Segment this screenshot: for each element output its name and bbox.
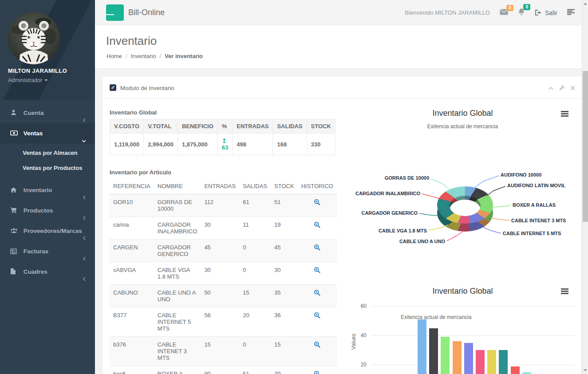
- sidebar-item-productos[interactable]: Productos: [0, 201, 95, 221]
- column-header: BENEFICIO: [178, 119, 217, 134]
- sidebar-item-facturas[interactable]: Facturas: [0, 241, 95, 262]
- cell-stock: 39: [271, 366, 298, 374]
- sidebar-item-cuenta[interactable]: Cuenta: [0, 103, 95, 123]
- sidebar-subitem-ventas-almacen[interactable]: Ventas por Almacen: [0, 146, 95, 161]
- cell-referencia: carina: [110, 217, 154, 240]
- cell-entradas: 112: [201, 194, 239, 217]
- search-plus-icon[interactable]: [314, 267, 320, 275]
- cell-: ↥ 63: [217, 134, 232, 155]
- column-header: SALIDAS: [273, 119, 307, 134]
- donut-label: CARGADOR GENERICO: [361, 210, 418, 216]
- breadcrumb-home[interactable]: Home: [107, 53, 122, 59]
- table-row: CARGENCARGADOR GENERICO45045: [110, 240, 337, 262]
- cell-referencia: b376: [110, 337, 154, 366]
- alerts-badge: 0: [523, 4, 530, 10]
- article-table-heading: Inventario por Articulo: [110, 169, 171, 176]
- cell-nombre: CABLE UNO A UNO: [154, 285, 201, 307]
- ventas-submenu: Ventas por Almacen Ventas por Productos: [0, 144, 95, 180]
- sidebar-item-inventario[interactable]: Inventario: [0, 180, 95, 201]
- donut-label: CABLE INTERNET 5 MTS: [503, 231, 561, 236]
- logout-button[interactable]: Salir: [535, 9, 557, 16]
- cell-entradas: 30: [201, 217, 239, 240]
- breadcrumb-separator: /: [159, 53, 161, 59]
- global-inventory-table: V.COSTOV.TOTALBENEFICIO%ENTRADASSALIDASS…: [110, 119, 335, 155]
- column-header: HISTORICO: [298, 178, 337, 194]
- scroll-up-arrow[interactable]: [584, 3, 587, 5]
- cell-vtotal: 2,994,000: [144, 134, 178, 155]
- panel-header: ✓ Modulo de Inventario: [103, 76, 581, 99]
- close-icon[interactable]: [570, 84, 575, 92]
- search-plus-icon[interactable]: [314, 370, 320, 374]
- donut-label: BOXER A RALLAS: [513, 202, 556, 208]
- search-plus-icon[interactable]: [314, 289, 320, 297]
- page-heading: Inventario Home/Inventario/Ver inventari…: [95, 25, 588, 69]
- cell-nombre: CARGADOR INALAMBRICO: [154, 217, 201, 240]
- donut-label: AUDIFONO LATIN MOVIL: [507, 183, 565, 188]
- user-icon: [10, 104, 18, 124]
- cell-historico: [298, 240, 337, 262]
- sidebar-item-label: Cuadres: [24, 268, 47, 275]
- donut-chart-menu-button[interactable]: [561, 111, 568, 118]
- sign-out-icon: [535, 9, 542, 16]
- alerts-button[interactable]: 0: [518, 8, 525, 17]
- cell-stock: 45: [271, 240, 298, 262]
- cell-entradas: 50: [201, 285, 239, 307]
- bar: [418, 319, 426, 374]
- bar: [441, 337, 450, 374]
- cell-stock: 36: [271, 307, 298, 337]
- cell-referencia: cABVGA: [110, 262, 154, 285]
- cell-nombre: BOXER A RALLAS: [154, 366, 201, 374]
- sidebar-item-label: Proveedores/Marcas: [24, 228, 82, 234]
- tiger-avatar-image: [8, 12, 60, 64]
- page-title: Inventario: [106, 34, 157, 48]
- cell-entradas: 90: [201, 366, 239, 374]
- gridline: [372, 306, 575, 307]
- search-plus-icon[interactable]: [314, 312, 320, 320]
- sidebar-item-label: Cuenta: [24, 110, 44, 116]
- scrollbar-thumb[interactable]: [583, 71, 588, 222]
- user-role-dropdown[interactable]: Administrador: [8, 77, 48, 83]
- sidebar-item-label: Inventario: [24, 187, 52, 193]
- cell-entradas: 56: [201, 307, 239, 337]
- breadcrumb-current: Ver inventario: [165, 53, 203, 59]
- app-brand: Bill-Online: [128, 0, 165, 25]
- collapse-icon[interactable]: [548, 84, 554, 92]
- sidebar-menu: Cuenta Ventas Ventas por Almacen Ventas …: [0, 103, 95, 282]
- column-header: ENTRADAS: [201, 178, 239, 194]
- bar: [511, 366, 520, 374]
- sidebar-subitem-ventas-productos[interactable]: Ventas por Productos: [0, 161, 95, 176]
- avatar: [8, 12, 60, 64]
- scroll-down-arrow[interactable]: [584, 369, 587, 371]
- file-icon: [10, 263, 18, 283]
- cell-salidas: 168: [273, 134, 307, 155]
- sidebar-toggle-button[interactable]: [106, 4, 124, 21]
- breadcrumb: Home/Inventario/Ver inventario: [107, 53, 203, 59]
- tasks-button[interactable]: [567, 9, 575, 17]
- settings-wrench-icon[interactable]: [559, 84, 565, 92]
- search-plus-icon[interactable]: [314, 199, 320, 207]
- user-name: MILTON JARAMILLO: [8, 67, 67, 74]
- top-navbar: Bill-Online Bienvenido MILTON JARAMILLO …: [95, 0, 588, 25]
- ytick-label: 60: [354, 303, 367, 309]
- search-plus-icon[interactable]: [314, 221, 320, 229]
- bar-chart-menu-button[interactable]: [561, 288, 568, 295]
- messages-button[interactable]: 0: [500, 9, 508, 17]
- table-row: carinaCARGADOR INALAMBRICO301119: [110, 217, 337, 240]
- search-plus-icon[interactable]: [314, 341, 320, 349]
- ytick-label: 40: [354, 332, 367, 339]
- sidebar-item-cuadres[interactable]: Cuadres: [0, 262, 95, 282]
- column-header: REFERENCIA: [110, 178, 154, 194]
- cell-stock: 35: [271, 285, 298, 307]
- column-header: STOCK: [307, 119, 335, 134]
- bar: [476, 350, 485, 374]
- column-header: %: [217, 119, 232, 134]
- search-plus-icon[interactable]: [314, 244, 320, 252]
- sidebar-item-ventas[interactable]: Ventas: [0, 123, 95, 144]
- bar-chart-subtitle: Exitencia actual de mercancia: [401, 314, 471, 320]
- cell-nombre: GORRAS DE 10000: [154, 194, 201, 217]
- column-header: STOCK: [271, 178, 298, 194]
- sidebar-item-proveedores-marcas[interactable]: Proveedores/Marcas: [0, 221, 95, 241]
- panel-checkbox[interactable]: ✓: [110, 84, 116, 91]
- cell-salidas: 0: [239, 337, 271, 366]
- breadcrumb-inventario[interactable]: Inventario: [130, 53, 156, 59]
